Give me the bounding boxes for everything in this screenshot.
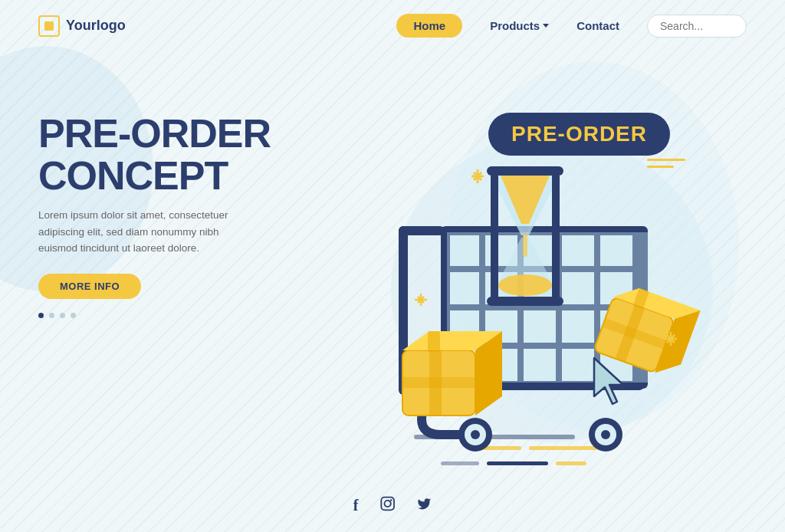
svg-rect-43: [428, 331, 440, 352]
search-input[interactable]: [647, 15, 747, 38]
deco-lines-top: [647, 159, 685, 172]
deco-line-1: [647, 159, 685, 161]
svg-point-63: [390, 499, 392, 501]
svg-rect-59: [487, 461, 548, 465]
preorder-badge: PRE-ORDER: [488, 113, 670, 156]
dot-2: [49, 313, 54, 318]
nav-home[interactable]: Home: [396, 14, 462, 38]
svg-rect-33: [491, 172, 498, 301]
svg-point-22: [471, 430, 480, 439]
svg-rect-2: [483, 435, 575, 439]
logo-text: Yourlogo: [66, 18, 126, 34]
nav-links: Home Products Contact: [396, 14, 747, 38]
dot-1: [38, 313, 44, 318]
svg-rect-26: [487, 166, 563, 176]
dot-4: [71, 313, 76, 318]
deco-line-2: [647, 166, 674, 168]
more-info-button[interactable]: MORE INFO: [38, 274, 141, 299]
hero-title: PRE-ORDER CONCEPT: [38, 113, 284, 196]
nav-products[interactable]: Products: [490, 19, 549, 32]
svg-rect-61: [381, 498, 394, 511]
dot-3: [60, 313, 65, 318]
facebook-icon[interactable]: f: [353, 497, 359, 514]
navbar: Yourlogo Home Products Contact: [0, 0, 785, 51]
twitter-icon[interactable]: [416, 496, 432, 515]
hero-description: Lorem ipsum dolor sit amet, consectetuer…: [38, 207, 245, 257]
svg-rect-58: [441, 461, 479, 465]
svg-point-62: [384, 501, 390, 507]
nav-contact[interactable]: Contact: [576, 19, 619, 32]
svg-rect-60: [556, 461, 586, 465]
left-section: PRE-ORDER CONCEPT Lorem ipsum dolor sit …: [38, 67, 284, 318]
svg-rect-32: [523, 234, 527, 257]
svg-rect-42: [402, 377, 475, 388]
svg-point-31: [498, 274, 552, 296]
svg-rect-27: [487, 297, 563, 306]
products-dropdown-icon: [543, 24, 549, 28]
logo-icon: [38, 15, 60, 37]
instagram-icon[interactable]: [379, 496, 395, 515]
footer-social: f: [353, 496, 432, 515]
svg-rect-34: [552, 172, 560, 301]
right-section: PRE-ORDER: [284, 67, 747, 527]
svg-rect-4: [529, 446, 598, 450]
dot-indicators: [38, 313, 284, 318]
main-content: PRE-ORDER CONCEPT Lorem ipsum dolor sit …: [0, 51, 785, 527]
logo[interactable]: Yourlogo: [38, 15, 126, 37]
svg-point-25: [601, 430, 610, 439]
logo-inner-square: [44, 21, 54, 31]
preorder-badge-text: PRE-ORDER: [511, 122, 647, 146]
